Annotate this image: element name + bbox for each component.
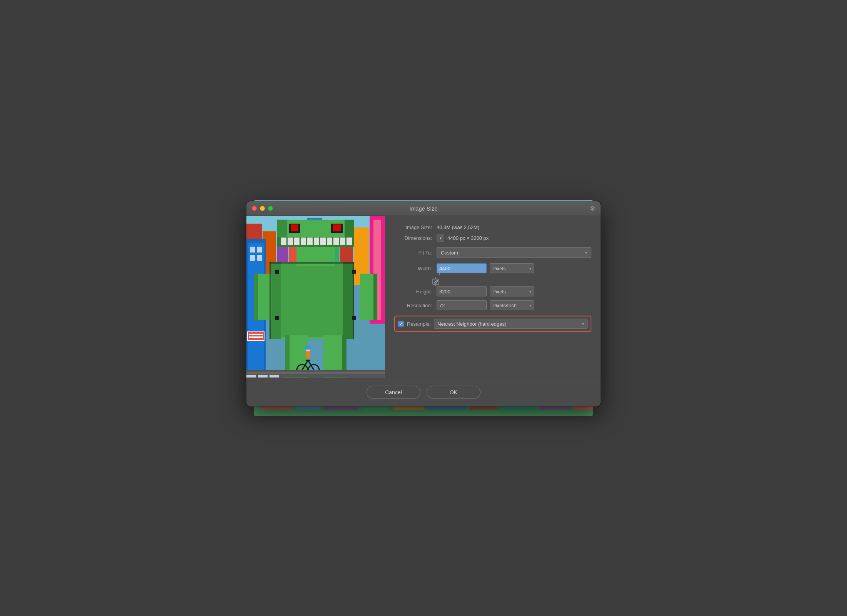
dialog-body: Image Size: 40,3M (was 2,52M) Dimensions…: [246, 216, 601, 378]
button-row: Cancel OK: [246, 378, 601, 407]
resample-checkbox[interactable]: ✓: [398, 321, 404, 326]
height-row: Height: Pixels ▾: [394, 286, 591, 296]
fit-to-row: Fit To: Custom ▾: [394, 247, 591, 258]
chain-connector: [436, 273, 591, 277]
svg-rect-58: [254, 274, 258, 320]
svg-rect-67: [291, 224, 298, 231]
svg-rect-54: [271, 264, 352, 337]
svg-rect-50: [257, 247, 262, 253]
svg-rect-108: [353, 262, 354, 339]
svg-rect-107: [270, 262, 271, 339]
height-unit-dropdown[interactable]: Pixels ▾: [490, 286, 534, 296]
svg-rect-99: [248, 332, 264, 340]
chain-icon-row: 🔗: [431, 277, 591, 286]
close-button[interactable]: [252, 206, 257, 211]
resolution-unit-value: Pixels/Inch: [492, 302, 517, 308]
svg-rect-71: [288, 238, 293, 245]
width-unit-dropdown[interactable]: Pixels ▾: [490, 263, 534, 273]
svg-rect-102: [246, 372, 385, 374]
settings-panel: Image Size: 40,3M (was 2,52M) Dimensions…: [385, 216, 601, 378]
window-controls: [252, 206, 273, 211]
svg-rect-60: [373, 274, 377, 320]
svg-rect-83: [275, 316, 279, 320]
image-size-row: Image Size: 40,3M (was 2,52M): [394, 224, 591, 230]
ok-button[interactable]: OK: [427, 386, 480, 399]
svg-rect-101: [249, 336, 263, 338]
width-input[interactable]: [437, 263, 487, 273]
svg-rect-70: [281, 238, 286, 245]
svg-rect-76: [320, 238, 326, 245]
resample-label: Resample:: [407, 321, 431, 326]
minimize-button[interactable]: [260, 206, 265, 211]
dimensions-row: Dimensions: ▾ 4400 px × 3200 px: [394, 234, 591, 242]
width-unit-chevron-icon: ▾: [529, 266, 531, 270]
svg-rect-52: [257, 255, 262, 261]
svg-rect-72: [294, 238, 300, 245]
dimensions-chevron[interactable]: ▾: [437, 234, 444, 242]
svg-rect-74: [307, 238, 313, 245]
svg-rect-96: [305, 346, 311, 350]
width-unit-value: Pixels: [492, 265, 506, 271]
svg-rect-104: [258, 375, 268, 378]
svg-rect-105: [270, 375, 279, 378]
cancel-button[interactable]: Cancel: [367, 386, 420, 399]
resample-method-dropdown[interactable]: Nearest Neighbor (hard edges) ▾: [434, 319, 588, 329]
resolution-unit-chevron-icon: ▾: [529, 303, 531, 307]
height-unit-chevron-icon: ▾: [529, 289, 531, 293]
svg-rect-94: [306, 351, 310, 358]
fit-to-chevron-icon: ▾: [585, 250, 587, 254]
dimensions-label: Dimensions:: [394, 235, 437, 241]
fit-to-dropdown[interactable]: Custom ▾: [437, 247, 591, 258]
resample-checkbox-area: ✓: [398, 321, 404, 326]
chain-icon-container: 🔗: [431, 277, 440, 286]
svg-rect-103: [246, 375, 256, 378]
gear-icon[interactable]: ⚙: [590, 205, 595, 212]
height-input[interactable]: [437, 286, 487, 296]
chevron-icon: ▾: [440, 236, 442, 240]
height-label: Height:: [394, 288, 437, 294]
resolution-row: Resolution: Pixels/Inch ▾: [394, 300, 591, 310]
svg-rect-78: [333, 238, 339, 245]
checkmark-icon: ✓: [399, 321, 403, 326]
preview-image: [246, 216, 385, 378]
spacer: [394, 336, 591, 369]
dimensions-value: 4400 px × 3200 px: [447, 235, 489, 241]
chain-icon: 🔗: [432, 279, 439, 285]
svg-rect-79: [340, 238, 345, 245]
svg-rect-106: [270, 262, 354, 264]
resolution-label: Resolution:: [394, 302, 437, 308]
image-size-label: Image Size:: [394, 224, 437, 230]
chain-line-top: [439, 273, 440, 275]
svg-rect-80: [346, 238, 352, 245]
image-size-dialog: Image Size ⚙: [246, 201, 601, 407]
svg-rect-75: [314, 238, 319, 245]
resample-row: ✓ Resample: Nearest Neighbor (hard edges…: [394, 316, 591, 332]
chain-icon-group: [436, 273, 444, 277]
maximize-button[interactable]: [268, 206, 273, 211]
width-row: Width: Pixels ▾: [394, 263, 591, 273]
resolution-unit-dropdown[interactable]: Pixels/Inch ▾: [490, 300, 534, 310]
svg-rect-100: [249, 334, 263, 335]
image-size-value: 40,3M (was 2,52M): [437, 224, 479, 230]
svg-rect-49: [250, 247, 255, 253]
preview-panel: [246, 216, 385, 378]
svg-rect-81: [275, 270, 279, 274]
resample-method-value: Nearest Neighbor (hard edges): [437, 321, 506, 326]
height-unit-value: Pixels: [492, 288, 506, 294]
title-bar: Image Size ⚙: [246, 201, 601, 216]
resample-method-chevron-icon: ▾: [582, 321, 584, 326]
svg-rect-73: [301, 238, 306, 245]
fit-to-value: Custom: [441, 249, 458, 255]
resolution-input[interactable]: [437, 300, 487, 310]
fit-to-label: Fit To:: [394, 249, 437, 255]
svg-rect-77: [327, 238, 332, 245]
svg-rect-51: [250, 255, 255, 261]
width-label: Width:: [394, 265, 437, 271]
dialog-title: Image Size: [409, 205, 437, 211]
svg-rect-68: [333, 224, 341, 231]
